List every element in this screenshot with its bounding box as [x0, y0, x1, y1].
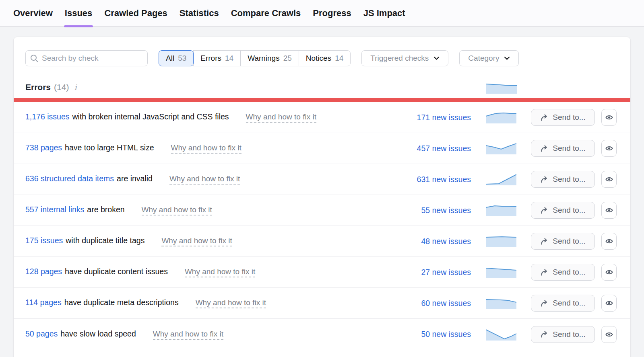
send-to-label: Send to... [553, 206, 585, 215]
issue-count-link[interactable]: 114 pages [25, 298, 62, 307]
send-to-button[interactable]: Send to... [531, 171, 595, 188]
issue-count-link[interactable]: 636 structured data items [25, 174, 114, 183]
issue-count-link[interactable]: 128 pages [25, 267, 62, 276]
dropdown-label: Triggered checks [370, 54, 429, 63]
issue-trend-sparkline [486, 235, 516, 247]
why-how-to-fix-link[interactable]: Why and how to fix it [246, 113, 316, 123]
send-to-button[interactable]: Send to... [531, 326, 595, 343]
chevron-down-icon [433, 56, 440, 60]
issue-count-link[interactable]: 557 internal links [25, 205, 84, 214]
send-to-label: Send to... [553, 237, 585, 246]
issues-panel: All53Errors14Warnings25Notices14 Trigger… [13, 37, 631, 357]
search-input[interactable] [25, 50, 148, 66]
new-issues-link[interactable]: 50 new issues [390, 330, 471, 339]
issue-row: 175 issues with duplicate title tags Why… [14, 226, 630, 257]
category-dropdown[interactable]: Category [459, 50, 519, 66]
tab-overview[interactable]: Overview [13, 0, 53, 26]
issue-text: are broken [87, 205, 124, 214]
tab-crawled-pages[interactable]: Crawled Pages [104, 0, 167, 26]
new-issues-link[interactable]: 631 new issues [390, 175, 471, 184]
issue-description: 128 pages have duplicate content issues … [25, 267, 390, 277]
issue-row: 128 pages have duplicate content issues … [14, 257, 630, 288]
triggered-checks-dropdown[interactable]: Triggered checks [361, 50, 448, 66]
hide-issue-button[interactable] [601, 202, 617, 219]
issue-description: 636 structured data items are invalid Wh… [25, 174, 390, 185]
hide-issue-button[interactable] [601, 326, 617, 343]
issue-text: with broken internal JavaScript and CSS … [72, 112, 229, 121]
eye-icon [605, 268, 613, 276]
send-to-label: Send to... [553, 144, 585, 153]
eye-icon [605, 113, 613, 121]
hide-issue-button[interactable] [601, 109, 617, 126]
tab-issues[interactable]: Issues [65, 0, 93, 26]
filter-label: All [166, 54, 174, 63]
why-how-to-fix-link[interactable]: Why and how to fix it [196, 298, 266, 308]
tab-statistics[interactable]: Statistics [180, 0, 219, 26]
issue-description: 175 issues with duplicate title tags Why… [25, 236, 390, 246]
issue-count-link[interactable]: 50 pages [25, 329, 58, 339]
eye-icon [605, 299, 613, 307]
issue-text: are invalid [117, 174, 153, 183]
new-issues-link[interactable]: 55 new issues [390, 206, 471, 215]
tab-progress[interactable]: Progress [313, 0, 351, 26]
send-arrow-icon [540, 114, 549, 121]
tab-compare-crawls[interactable]: Compare Crawls [231, 0, 301, 26]
filter-errors[interactable]: Errors14 [193, 50, 241, 66]
errors-count: (14) [54, 82, 69, 92]
new-issues-link[interactable]: 457 new issues [390, 144, 471, 153]
errors-title: Errors [25, 82, 51, 92]
hide-issue-button[interactable] [601, 140, 617, 157]
why-how-to-fix-link[interactable]: Why and how to fix it [161, 236, 232, 246]
send-to-button[interactable]: Send to... [531, 233, 595, 250]
new-issues-link[interactable]: 27 new issues [390, 268, 471, 277]
new-issues-link[interactable]: 171 new issues [390, 113, 471, 122]
why-how-to-fix-link[interactable]: Why and how to fix it [169, 174, 240, 185]
issue-text: have too large HTML size [65, 143, 154, 152]
send-arrow-icon [540, 330, 549, 338]
send-to-button[interactable]: Send to... [531, 295, 595, 312]
send-to-button[interactable]: Send to... [531, 264, 595, 281]
filter-warnings[interactable]: Warnings25 [240, 50, 299, 66]
issue-count-link[interactable]: 1,176 issues [25, 112, 70, 121]
issue-description: 114 pages have duplicate meta descriptio… [25, 298, 390, 308]
why-how-to-fix-link[interactable]: Why and how to fix it [171, 144, 242, 154]
send-to-label: Send to... [553, 113, 585, 122]
info-icon[interactable]: i [74, 83, 76, 92]
issue-row: 50 pages have slow load speed Why and ho… [14, 319, 630, 350]
send-to-button[interactable]: Send to... [531, 202, 595, 219]
issue-trend-sparkline [486, 173, 516, 185]
issue-description: 738 pages have too large HTML size Why a… [25, 143, 390, 154]
why-how-to-fix-link[interactable]: Why and how to fix it [153, 330, 223, 340]
site-audit-tab-bar: OverviewIssuesCrawled PagesStatisticsCom… [0, 0, 644, 27]
hide-issue-button[interactable] [601, 171, 617, 188]
new-issues-link[interactable]: 60 new issues [390, 299, 471, 308]
issue-count-link[interactable]: 175 issues [25, 236, 63, 245]
filter-all[interactable]: All53 [159, 50, 194, 66]
send-to-label: Send to... [553, 268, 585, 277]
issue-trend-sparkline [486, 328, 516, 341]
send-arrow-icon [540, 145, 549, 152]
issue-trend-sparkline [486, 142, 516, 154]
severity-filter-group: All53Errors14Warnings25Notices14 [159, 50, 351, 66]
send-arrow-icon [540, 176, 549, 183]
filter-label: Notices [306, 54, 331, 63]
hide-issue-button[interactable] [601, 264, 617, 281]
issue-trend-sparkline [486, 266, 516, 278]
send-to-label: Send to... [553, 299, 585, 308]
why-how-to-fix-link[interactable]: Why and how to fix it [142, 205, 212, 215]
send-to-button[interactable]: Send to... [531, 140, 595, 157]
send-to-label: Send to... [553, 175, 585, 184]
why-how-to-fix-link[interactable]: Why and how to fix it [185, 267, 255, 277]
hide-issue-button[interactable] [601, 295, 617, 312]
filter-notices[interactable]: Notices14 [299, 50, 351, 66]
eye-icon [605, 175, 613, 183]
hide-issue-button[interactable] [601, 233, 617, 250]
issue-text: have duplicate meta descriptions [64, 298, 179, 307]
issue-count-link[interactable]: 738 pages [25, 143, 62, 152]
eye-icon [605, 237, 613, 245]
send-to-button[interactable]: Send to... [531, 109, 595, 126]
issue-text: with duplicate title tags [66, 236, 144, 245]
new-issues-link[interactable]: 48 new issues [390, 237, 471, 246]
tab-js-impact[interactable]: JS Impact [363, 0, 405, 26]
errors-severity-bar [14, 98, 630, 102]
